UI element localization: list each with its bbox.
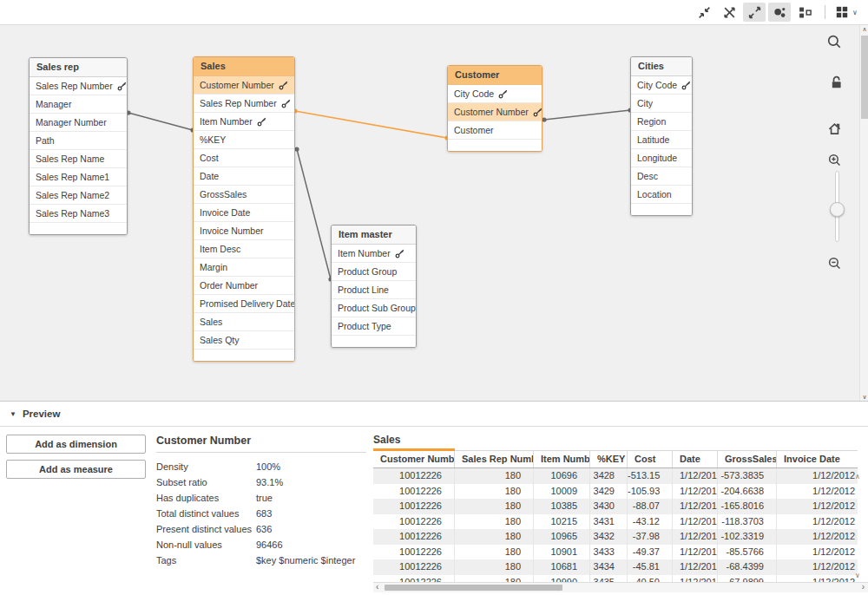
model-table-customer[interactable]: CustomerCity CodeCustomer NumberCustomer (447, 65, 542, 152)
table-header[interactable]: Item master (332, 226, 416, 245)
table-cell: -40.50 (628, 575, 673, 583)
table-scroll-up-icon[interactable]: ∧ (855, 473, 860, 481)
field-info-title: Customer Number (156, 435, 366, 453)
table-cell: -43.12 (628, 514, 673, 530)
field-row[interactable]: Desc (631, 167, 692, 186)
table-header[interactable]: Cities (631, 57, 692, 76)
field-label: City Code (637, 80, 677, 90)
table-scroll-down-icon[interactable]: ∨ (855, 572, 860, 579)
model-table-sales[interactable]: SalesCustomer NumberSales Rep NumberItem… (193, 56, 295, 362)
field-row[interactable]: Date (194, 167, 294, 186)
preview-panel-toggle[interactable]: ▼ Preview (0, 401, 868, 427)
field-row[interactable]: Sales Rep Name1 (30, 168, 127, 186)
scroll-down-icon[interactable]: ∨ (860, 394, 868, 401)
table-cell: 1/12/2012 (777, 545, 858, 560)
show-linked-fields-button[interactable] (718, 3, 740, 22)
preview-table-rule (373, 450, 858, 451)
scroll-up-icon[interactable]: ∧ (860, 26, 868, 33)
column-header-date[interactable]: Date (673, 451, 718, 468)
field-row[interactable]: Item Number (332, 245, 416, 263)
property-label: Subset ratio (156, 477, 256, 487)
collapse-all-icon (697, 5, 712, 20)
field-row[interactable]: Sales Rep Name3 (30, 205, 127, 223)
zoom-out-icon[interactable] (827, 256, 842, 271)
scroll-right-icon[interactable]: › (862, 582, 865, 592)
field-row[interactable]: City (631, 95, 692, 113)
search-icon[interactable] (826, 34, 842, 49)
field-row[interactable]: City Code (631, 76, 692, 95)
field-row[interactable]: Item Desc (194, 240, 294, 258)
field-row[interactable]: Sales (194, 313, 294, 331)
field-row[interactable]: Path (30, 132, 127, 150)
model-table-cities[interactable]: CitiesCity CodeCityRegionLatitudeLongitu… (630, 56, 693, 216)
column-header-grosssales[interactable]: GrossSales (718, 451, 777, 468)
unlock-icon[interactable] (829, 75, 844, 89)
field-row[interactable]: Invoice Number (194, 222, 294, 240)
expand-all-button[interactable] (743, 3, 766, 22)
column-header-invoice-date[interactable]: Invoice Date (777, 451, 858, 468)
field-row[interactable]: Product Sub Group (332, 299, 416, 317)
source-view-button[interactable] (793, 3, 816, 22)
field-row[interactable]: Cost (194, 149, 294, 167)
field-row[interactable]: Margin (194, 258, 294, 277)
field-row[interactable]: Sales Rep Name2 (30, 186, 127, 205)
field-row[interactable]: Invoice Date (194, 204, 294, 222)
field-row[interactable]: Product Line (332, 281, 416, 299)
key-icon (117, 82, 127, 91)
table-cell: 10965 (534, 529, 590, 545)
zoom-slider-thumb[interactable] (830, 202, 845, 217)
field-row[interactable]: Sales Qty (194, 331, 294, 350)
field-row[interactable]: GrossSales (194, 186, 294, 204)
selected-column-indicator (373, 448, 455, 451)
collapse-all-button[interactable] (693, 3, 715, 22)
field-row[interactable]: City Code (448, 85, 542, 103)
field-row[interactable]: Item Number (194, 113, 294, 131)
column-header--key[interactable]: %KEY (590, 451, 628, 468)
field-row[interactable]: Order Number (194, 277, 294, 295)
canvas-vertical-scrollbar-thumb[interactable] (861, 36, 868, 119)
column-header-customer-number[interactable]: Customer Number (373, 451, 455, 468)
field-row[interactable]: Longitude (631, 149, 692, 167)
internal-view-button[interactable] (768, 3, 791, 22)
field-row[interactable]: Location (631, 186, 692, 204)
scroll-left-icon[interactable]: ‹ (376, 582, 378, 592)
layout-menu-button[interactable]: ∨ (835, 3, 858, 22)
field-row[interactable]: Customer Number (194, 76, 294, 95)
table-cell: 1/12/2012 (673, 559, 718, 575)
add-as-measure-button[interactable]: Add as measure (6, 460, 146, 479)
model-table-item-master[interactable]: Item masterItem NumberProduct GroupProdu… (331, 225, 417, 348)
table-horizontal-scrollbar[interactable]: ‹ › (373, 582, 868, 592)
field-row[interactable]: Manager (30, 95, 127, 114)
field-row[interactable]: Sales Rep Number (30, 77, 127, 95)
model-table-sales-rep[interactable]: Sales repSales Rep NumberManagerManager … (29, 57, 128, 235)
field-row[interactable]: Sales Rep Name (30, 150, 127, 168)
field-label: Product Sub Group (338, 303, 416, 313)
field-row[interactable]: Customer Number (448, 103, 542, 121)
table-cell: 3434 (590, 559, 628, 575)
field-row[interactable]: Latitude (631, 131, 692, 149)
table-cell: 180 (455, 484, 534, 500)
field-row[interactable]: Manager Number (30, 114, 127, 132)
column-header-sales-rep-number[interactable]: Sales Rep Number (455, 451, 534, 468)
field-row[interactable]: Product Group (332, 263, 416, 281)
column-header-cost[interactable]: Cost (628, 451, 673, 468)
table-header[interactable]: Sales rep (30, 58, 127, 77)
table-header[interactable]: Sales (194, 57, 294, 76)
field-label: City Code (454, 88, 494, 99)
data-model-canvas[interactable]: ∧ ∨ Sales repSales Rep NumberManagerMana… (0, 24, 868, 401)
table-footer (30, 223, 127, 234)
zoom-in-icon[interactable] (827, 153, 842, 167)
field-row[interactable]: Region (631, 113, 692, 131)
table-header[interactable]: Customer (448, 66, 542, 85)
field-row[interactable]: Promised Delivery Date (194, 295, 294, 313)
field-row[interactable]: Sales Rep Number (194, 95, 294, 113)
column-header-item-number[interactable]: Item Number (534, 451, 590, 468)
table-cell: 1/12/2012 (673, 545, 718, 560)
field-row[interactable]: Customer (448, 121, 542, 140)
table-horizontal-scrollbar-thumb[interactable] (385, 585, 562, 591)
add-as-dimension-button[interactable]: Add as dimension (6, 435, 146, 454)
canvas-vertical-scrollbar[interactable]: ∧ ∨ (859, 25, 868, 401)
home-icon[interactable] (827, 121, 842, 136)
field-row[interactable]: %KEY (194, 131, 294, 149)
field-row[interactable]: Product Type (332, 317, 416, 336)
